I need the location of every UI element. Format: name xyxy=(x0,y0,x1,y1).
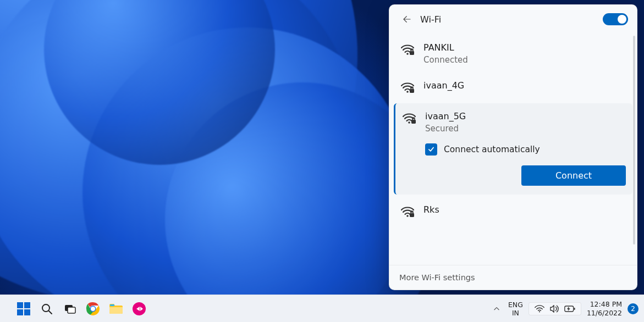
wifi-ssid: PANKIL xyxy=(423,42,468,54)
wifi-icon xyxy=(535,305,544,313)
connect-button[interactable]: Connect xyxy=(521,165,626,186)
search-icon xyxy=(40,302,53,315)
taskbar-search[interactable] xyxy=(38,301,55,317)
taskbar-clock[interactable]: 12:48 PM 11/6/2022 xyxy=(587,300,622,317)
taskbar-app-file-explorer[interactable] xyxy=(108,301,124,317)
task-view-icon xyxy=(63,302,76,315)
wifi-secured-icon xyxy=(402,112,417,124)
folder-icon xyxy=(109,303,123,315)
wifi-network-item-selected[interactable]: ivaan_5G Secured Connect automatically C… xyxy=(394,103,632,195)
svg-point-18 xyxy=(91,307,95,311)
svg-line-13 xyxy=(49,311,52,314)
svg-point-2 xyxy=(406,91,409,93)
notification-badge[interactable]: 2 xyxy=(628,303,639,314)
svg-rect-15 xyxy=(68,307,75,313)
wifi-ssid: Rks xyxy=(423,204,439,216)
back-button[interactable] xyxy=(398,10,416,28)
svg-rect-3 xyxy=(410,89,414,93)
arrow-left-icon xyxy=(402,14,412,24)
svg-point-21 xyxy=(539,311,540,312)
wifi-network-item[interactable]: Rks xyxy=(394,197,632,225)
svg-rect-23 xyxy=(574,307,575,309)
wifi-secured-icon xyxy=(400,43,416,55)
svg-rect-10 xyxy=(17,309,23,315)
svg-rect-5 xyxy=(411,120,416,124)
task-view-button[interactable] xyxy=(62,301,78,317)
battery-icon xyxy=(564,305,575,313)
taskbar-time: 12:48 PM xyxy=(587,300,622,309)
pinned-app-icon xyxy=(132,302,146,316)
wifi-flyout: Wi-Fi PANKIL Connected xyxy=(389,4,637,290)
svg-point-4 xyxy=(408,121,410,124)
wifi-network-item[interactable]: PANKIL Connected xyxy=(394,35,632,73)
svg-rect-9 xyxy=(24,302,30,308)
svg-rect-1 xyxy=(410,51,414,55)
svg-rect-8 xyxy=(17,302,23,308)
volume-icon xyxy=(549,304,559,313)
svg-point-0 xyxy=(406,53,409,55)
svg-point-6 xyxy=(406,215,409,217)
wifi-network-item[interactable]: ivaan_4G xyxy=(394,73,632,101)
language-indicator[interactable]: ENG IN xyxy=(508,301,523,317)
quick-settings-button[interactable] xyxy=(529,302,581,315)
language-primary: ENG xyxy=(508,301,523,309)
svg-point-12 xyxy=(42,304,49,312)
language-secondary: IN xyxy=(508,309,523,317)
svg-rect-19 xyxy=(110,304,114,306)
check-icon xyxy=(427,146,435,153)
chevron-up-icon xyxy=(493,305,500,313)
tray-overflow-button[interactable] xyxy=(491,303,503,315)
auto-connect-label: Connect automatically xyxy=(444,145,540,154)
svg-rect-7 xyxy=(410,213,414,217)
wifi-toggle[interactable] xyxy=(603,13,628,25)
chrome-icon xyxy=(86,302,100,316)
wifi-ssid: ivaan_4G xyxy=(423,80,464,92)
windows-logo-icon xyxy=(16,302,31,316)
svg-rect-11 xyxy=(24,309,30,315)
wifi-flyout-title: Wi-Fi xyxy=(420,14,441,25)
wifi-ssid: ivaan_5G xyxy=(425,111,466,123)
taskbar-date: 11/6/2022 xyxy=(587,309,622,318)
taskbar: ENG IN 12:48 PM 11/6/2022 xyxy=(0,295,644,322)
taskbar-app-pinned[interactable] xyxy=(131,301,147,317)
wifi-status: Secured xyxy=(425,124,466,134)
taskbar-app-chrome[interactable] xyxy=(85,301,101,317)
auto-connect-checkbox[interactable] xyxy=(425,143,437,156)
start-button[interactable] xyxy=(15,301,32,317)
more-wifi-settings[interactable]: More Wi-Fi settings xyxy=(389,265,637,290)
wifi-secured-icon xyxy=(400,81,416,93)
wifi-network-list: PANKIL Connected ivaan_4G xyxy=(389,32,637,265)
wifi-list-scrollbar[interactable] xyxy=(633,36,635,245)
wifi-secured-icon xyxy=(400,206,416,218)
wifi-status: Connected xyxy=(423,55,468,65)
